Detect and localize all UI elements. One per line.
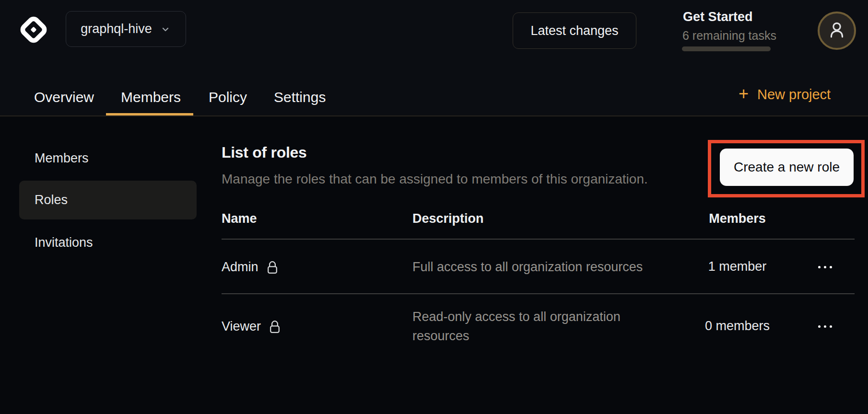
get-started-progress-bar [682, 46, 771, 51]
sidebar-item-label: Roles [35, 193, 68, 207]
page-subtitle: Manage the roles that can be assigned to… [222, 172, 648, 187]
sidebar-item-label: Invitations [35, 235, 93, 250]
sidebar-item-invitations[interactable]: Invitations [19, 223, 197, 262]
hive-logo-icon[interactable] [18, 13, 49, 46]
column-header-members: Members [681, 211, 794, 226]
create-new-role-button[interactable]: Create a new role [720, 149, 854, 186]
tab-policy[interactable]: Policy [209, 89, 247, 105]
tab-overview[interactable]: Overview [34, 89, 94, 105]
row-actions-ellipsis-icon[interactable] [810, 256, 839, 277]
role-description: Read-only access to all organization res… [412, 307, 652, 345]
column-header-description: Description [412, 211, 484, 226]
column-header-name: Name [222, 211, 257, 226]
new-project-button[interactable]: + New project [739, 84, 831, 104]
row-actions-ellipsis-icon[interactable] [810, 316, 839, 337]
get-started-subtitle: 6 remaining tasks [682, 29, 776, 43]
role-name: Admin [222, 260, 258, 275]
sidebar-item-roles[interactable]: Roles [19, 181, 197, 219]
latest-changes-label: Latest changes [530, 23, 618, 38]
new-project-label: New project [757, 87, 831, 103]
role-description: Full access to all organization resource… [412, 257, 652, 276]
lock-icon [266, 260, 279, 275]
page-title: List of roles [222, 144, 306, 161]
active-tab-underline [106, 113, 193, 115]
latest-changes-button[interactable]: Latest changes [513, 12, 636, 49]
table-divider [222, 293, 855, 294]
chevron-down-icon [160, 23, 171, 35]
plus-icon: + [739, 85, 749, 103]
organization-members-page: graphql-hive Latest changes Get Started … [0, 0, 868, 414]
role-name: Viewer [222, 319, 261, 334]
tab-settings[interactable]: Settings [274, 89, 326, 105]
create-new-role-label: Create a new role [734, 160, 840, 175]
sidebar-item-label: Members [35, 151, 89, 166]
tab-bar-divider [0, 115, 868, 116]
user-icon [827, 20, 847, 42]
lock-icon [269, 320, 281, 334]
role-member-count: 1 member [681, 259, 794, 274]
role-member-count: 0 members [681, 319, 794, 334]
user-avatar[interactable] [818, 12, 856, 50]
role-name-cell: Viewer [222, 319, 281, 334]
organization-name: graphql-hive [81, 22, 152, 36]
organization-selector[interactable]: graphql-hive [66, 11, 186, 47]
tab-members[interactable]: Members [121, 89, 181, 105]
get-started-title[interactable]: Get Started [683, 10, 753, 24]
table-divider [222, 239, 855, 240]
role-name-cell: Admin [222, 259, 279, 275]
sidebar-item-members[interactable]: Members [19, 139, 197, 178]
